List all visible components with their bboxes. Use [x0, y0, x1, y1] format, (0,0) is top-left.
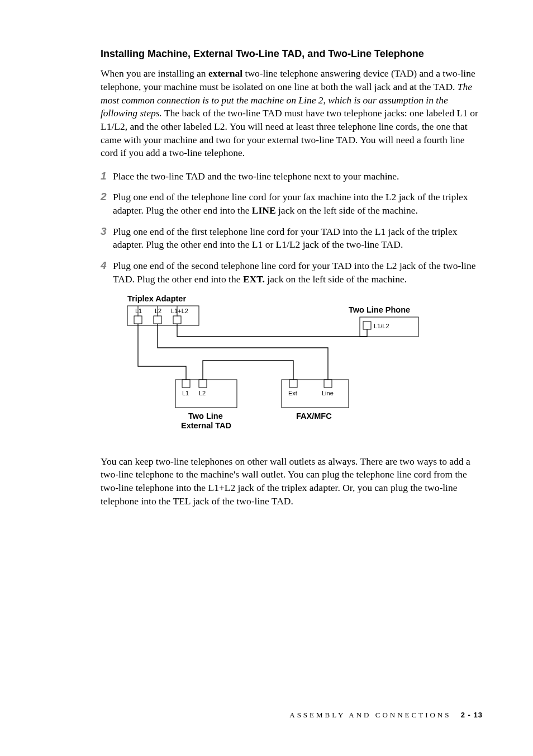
- step-text: Plug one end of the second telephone lin…: [113, 259, 483, 286]
- svg-rect-8: [363, 322, 371, 329]
- step-3: 3 Plug one end of the first telephone li…: [101, 224, 483, 252]
- footer-section: ASSEMBLY AND CONNECTIONS: [289, 711, 451, 719]
- label-two-line-phone: Two Line Phone: [349, 305, 410, 314]
- step-text-bold: EXT.: [243, 273, 265, 285]
- fax-jack-line: Line: [322, 390, 334, 396]
- step-number: 4: [101, 258, 113, 273]
- tad-jack-l2: L2: [199, 390, 206, 396]
- svg-rect-14: [324, 380, 332, 388]
- step-number: 2: [101, 190, 113, 204]
- fax-jack-ext: Ext: [288, 390, 297, 396]
- step-text-pre: Place the two-line TAD and the two-line …: [113, 171, 399, 182]
- diagram-svg: Triplex Adapter L1 L2 L1+L2 Two Line Pho…: [114, 295, 427, 440]
- jack-l1l2-phone: L1/L2: [374, 323, 389, 329]
- step-4: 4 Plug one end of the second telephone l…: [101, 258, 483, 286]
- svg-rect-3: [173, 316, 181, 324]
- svg-rect-11: [199, 380, 207, 388]
- step-text: Place the two-line TAD and the two-line …: [113, 170, 483, 183]
- label-twoline-tad1: Two Line: [188, 412, 223, 420]
- step-text-post: jack on the left side of the machine.: [265, 273, 407, 285]
- jack-l2: L2: [155, 308, 161, 314]
- tad-jack-l1: L1: [182, 390, 189, 396]
- step-number: 3: [101, 224, 113, 239]
- wiring-diagram: Triplex Adapter L1 L2 L1+L2 Two Line Pho…: [114, 294, 427, 444]
- label-triplex: Triplex Adapter: [127, 295, 186, 303]
- intro-paragraph: When you are installing an external two-…: [101, 67, 483, 159]
- svg-rect-2: [154, 316, 161, 324]
- svg-rect-13: [289, 380, 297, 388]
- step-number: 1: [101, 169, 113, 183]
- intro-pre: When you are installing an: [101, 68, 208, 79]
- step-text-bold: LINE: [252, 205, 276, 216]
- page-footer: ASSEMBLY AND CONNECTIONS 2 - 13: [289, 710, 483, 720]
- step-text-pre: Plug one end of the first telephone line…: [113, 226, 457, 251]
- jack-l1: L1: [135, 308, 142, 314]
- jack-l1l2: L1+L2: [171, 308, 188, 314]
- steps-list: 1 Place the two-line TAD and the two-lin…: [101, 169, 483, 286]
- step-1: 1 Place the two-line TAD and the two-lin…: [101, 169, 483, 183]
- svg-rect-10: [182, 380, 190, 388]
- label-twoline-tad2: External TAD: [181, 421, 231, 430]
- section-heading: Installing Machine, External Two-Line TA…: [101, 48, 483, 60]
- step-2: 2 Plug one end of the telephone line cor…: [101, 190, 483, 217]
- footer-page-number: 2 - 13: [461, 711, 483, 719]
- step-text: Plug one end of the first telephone line…: [113, 225, 483, 252]
- label-faxmfc: FAX/MFC: [296, 412, 332, 420]
- step-text: Plug one end of the telephone line cord …: [113, 191, 483, 217]
- intro-bold-external: external: [208, 68, 242, 79]
- step-text-post: jack on the left side of the machine.: [276, 205, 418, 216]
- closing-paragraph: You can keep two-line telephones on othe…: [101, 455, 483, 508]
- svg-rect-1: [134, 316, 142, 324]
